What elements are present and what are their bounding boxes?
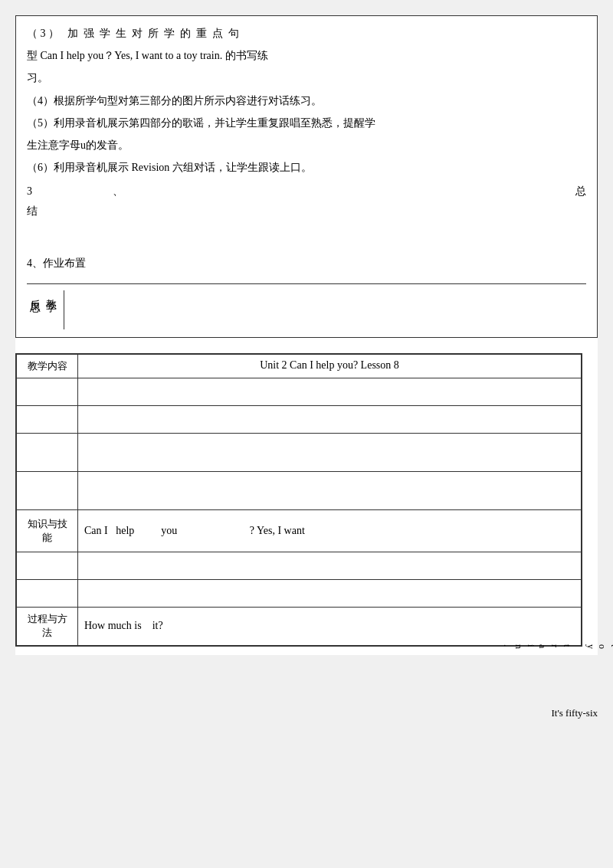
knowledge-label: 知识与技能 xyxy=(17,509,78,552)
process-label: 过程与方法 xyxy=(17,607,78,645)
homework-section: 4、作业布置 xyxy=(27,237,586,273)
knowledge-content: Can I help you ? Yes, I want xyxy=(78,509,582,552)
top-lesson-section: （ 3 ） 加 强 学 生 对 所 学 的 重 点 句 型 Can I help… xyxy=(15,15,598,338)
homework-label: 4、作业布置 xyxy=(27,254,586,273)
table-row xyxy=(17,471,582,509)
row2-left xyxy=(17,405,78,433)
para-3-title: （ 3 ） 加 强 学 生 对 所 学 的 重 点 句 xyxy=(27,28,239,39)
header-left-cell: 教学内容 xyxy=(17,354,78,378)
process-content: How much is it? xyxy=(78,607,582,645)
right-vertical-text: toatoytrain. xyxy=(582,353,598,649)
para-3: （ 3 ） 加 强 学 生 对 所 学 的 重 点 句 xyxy=(27,24,586,43)
row6-right xyxy=(78,552,582,579)
table-header-row: 教学内容 Unit 2 Can I help you? Lesson 8 xyxy=(17,354,582,378)
para-5-line2: 生注意字母u的发音。 xyxy=(27,136,586,155)
summary-row: 3 、 总 xyxy=(27,185,586,198)
row2-right xyxy=(78,405,582,433)
row7-right xyxy=(78,579,582,607)
row1-left xyxy=(17,378,78,405)
para-3-content: 型 Can I help you？Yes, I want to a toy tr… xyxy=(27,46,586,65)
bottom-section: 教学内容 Unit 2 Can I help you? Lesson 8 xyxy=(15,353,598,655)
knowledge-row: 知识与技能 Can I help you ? Yes, I want xyxy=(17,509,582,552)
table-row xyxy=(17,405,582,433)
bottom-right-text: It's fifty-six xyxy=(552,706,598,720)
row6-left xyxy=(17,552,78,579)
lesson-table: 教学内容 Unit 2 Can I help you? Lesson 8 xyxy=(16,354,582,646)
reflection-content xyxy=(72,290,586,329)
row7-left xyxy=(17,579,78,607)
para-6: （6）利用录音机展示 Revision 六组对话，让学生跟读上口。 xyxy=(27,158,586,177)
summary-end: 总 xyxy=(575,185,586,198)
summary-number: 3 、 xyxy=(27,185,123,198)
bottom-continuation xyxy=(15,649,598,655)
para-5-line1: （5）利用录音机展示第四部分的歌谣，并让学生重复跟唱至熟悉，提醒学 xyxy=(27,113,586,133)
header-right-cell: Unit 2 Can I help you? Lesson 8 xyxy=(78,354,582,378)
para-4: （4）根据所学句型对第三部分的图片所示内容进行对话练习。 xyxy=(27,91,586,110)
table-row xyxy=(17,552,582,579)
process-row: 过程与方法 How much is it? xyxy=(17,607,582,645)
row1-right xyxy=(78,378,582,405)
para-3-end: 习。 xyxy=(27,68,586,87)
row4-right xyxy=(78,471,582,509)
table-row xyxy=(17,433,582,471)
reflection-row: 教学反思 xyxy=(27,283,586,329)
row4-left xyxy=(17,471,78,509)
table-row xyxy=(17,579,582,607)
reflection-label: 教学反思 xyxy=(27,290,64,329)
summary-jie: 结 xyxy=(27,201,586,221)
table-row xyxy=(17,378,582,405)
row3-left xyxy=(17,433,78,471)
row3-right xyxy=(78,433,582,471)
